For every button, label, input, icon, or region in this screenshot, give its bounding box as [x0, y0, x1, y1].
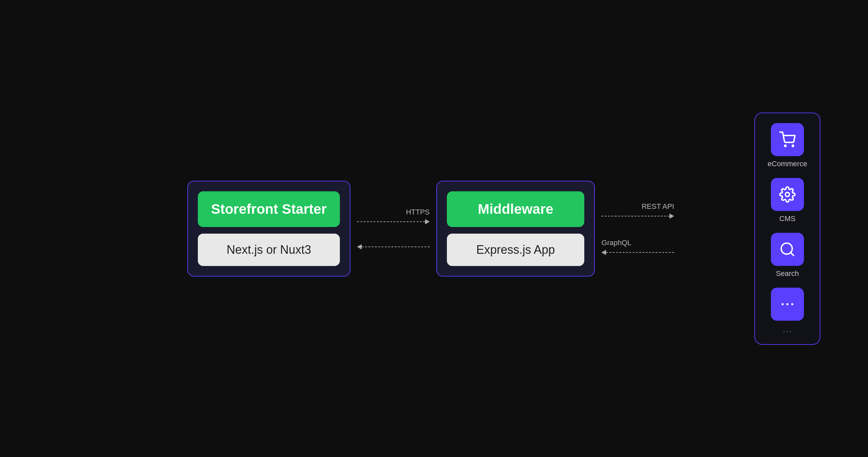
graphql-arrow-left [601, 250, 674, 255]
side-panel-more[interactable]: ... [771, 287, 804, 334]
svg-point-1 [793, 145, 794, 146]
arrowhead-right-2 [670, 213, 674, 219]
search-icon-bg [771, 233, 804, 266]
graphql-label: GraphQL [601, 239, 631, 247]
rest-api-arrow-wrapper: REST API [601, 202, 674, 219]
left-arrow-group: HTTPS [350, 208, 436, 249]
middleware-subtitle: Express.js App [447, 234, 584, 266]
search-icon [779, 241, 796, 257]
full-diagram: Storefront Starter Next.js or Nuxt3 HTTP… [38, 96, 830, 361]
middleware-node: Middleware Express.js App [436, 181, 595, 277]
return-arrow-wrapper [357, 244, 430, 249]
search-label: Search [776, 269, 799, 278]
side-panel-search[interactable]: Search [771, 233, 804, 278]
https-arrow-right [357, 219, 430, 224]
storefront-title: Storefront Starter [198, 191, 340, 227]
dash-line-1 [357, 221, 425, 222]
cart-icon [779, 131, 796, 148]
cms-label: CMS [779, 214, 796, 223]
dots-icon [779, 296, 796, 312]
svg-point-6 [786, 303, 788, 305]
svg-point-2 [785, 192, 790, 196]
side-panel-cms[interactable]: CMS [771, 178, 804, 223]
ecommerce-label: eCommerce [768, 159, 807, 168]
more-label: ... [783, 324, 792, 334]
diagram-container: Storefront Starter Next.js or Nuxt3 HTTP… [0, 0, 868, 457]
dash-line-4 [606, 252, 674, 253]
storefront-node: Storefront Starter Next.js or Nuxt3 [187, 181, 350, 277]
return-arrow-left [357, 244, 430, 249]
svg-point-0 [785, 145, 786, 146]
https-arrow-wrapper: HTTPS [357, 208, 430, 224]
svg-line-4 [791, 252, 794, 255]
arrowhead-right-1 [425, 219, 430, 224]
cms-icon [779, 186, 796, 203]
middleware-title: Middleware [447, 191, 584, 227]
side-panel: eCommerce CMS [754, 112, 820, 345]
graphql-arrow-wrapper: GraphQL [601, 239, 674, 255]
rest-api-arrow-right [601, 213, 674, 219]
cms-icon-bg [771, 178, 804, 211]
svg-point-7 [791, 303, 793, 305]
storefront-subtitle: Next.js or Nuxt3 [198, 234, 340, 266]
dash-line-2 [362, 246, 430, 247]
dash-line-3 [601, 216, 670, 216]
svg-point-5 [781, 303, 783, 305]
arrowhead-left-1 [357, 244, 362, 249]
rest-api-label: REST API [642, 202, 674, 211]
ecommerce-icon-bg [771, 123, 804, 156]
https-label: HTTPS [406, 208, 430, 216]
side-panel-ecommerce[interactable]: eCommerce [768, 123, 807, 168]
more-icon-bg [771, 287, 804, 321]
arrowhead-left-2 [601, 250, 606, 255]
right-arrow-group: REST API GraphQL [595, 202, 681, 255]
